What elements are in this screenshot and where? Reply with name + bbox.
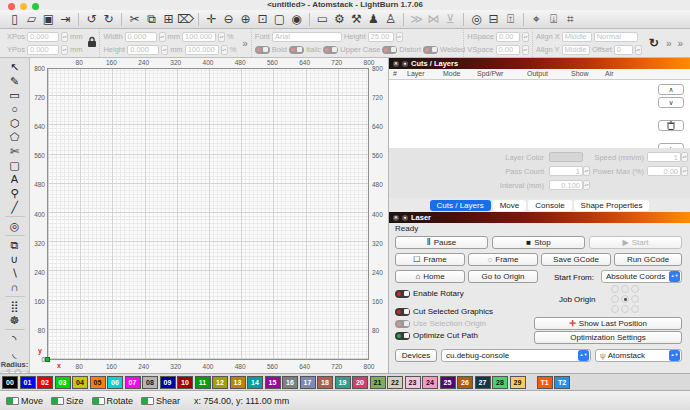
palette-swatch-10[interactable]: 10 (177, 376, 193, 389)
copy-icon[interactable]: ⧉ (143, 11, 160, 28)
select-icon[interactable]: ↖ (4, 60, 26, 74)
workspace-canvas[interactable]: 8080160160240240320320400400480480560560… (30, 58, 388, 373)
width-stepper[interactable]: ▴▾ (159, 32, 166, 42)
palette-swatch-29[interactable]: 29 (510, 376, 526, 389)
width-percent-field[interactable]: 100.000 (182, 32, 216, 42)
speed-stepper[interactable]: ▴▾ (681, 152, 688, 162)
palette-swatch-22[interactable]: 22 (387, 376, 403, 389)
right-overflow-chevron[interactable]: » (674, 38, 686, 49)
palette-swatch-08[interactable]: 08 (142, 376, 158, 389)
optimization-settings-button[interactable]: Optimization Settings (534, 331, 682, 344)
palette-swatch-09[interactable]: 09 (160, 376, 176, 389)
copy-along-path-icon[interactable]: ◝ (4, 332, 26, 346)
rectangle-icon[interactable]: ▭ (4, 88, 26, 102)
job-origin-radio-5[interactable] (631, 295, 639, 303)
vspace-stepper[interactable]: ▴▾ (522, 45, 529, 55)
zoom-to-selection-icon[interactable]: ⊡ (254, 11, 271, 28)
draw-lines-icon[interactable]: ✎ (4, 74, 26, 88)
width-percent-stepper[interactable]: ▴▾ (218, 32, 225, 42)
frame-rubber-button[interactable]: ◌Frame (468, 253, 538, 266)
hspace-stepper[interactable]: ▴▾ (522, 32, 529, 42)
close-window-button[interactable] (8, 3, 15, 10)
send-to-laser-icon[interactable]: ≫ (408, 11, 425, 28)
cuts-layers-float-icon[interactable]: ● (402, 61, 408, 67)
layers-list[interactable]: ∧∨›‹ (389, 80, 690, 148)
laser-float-icon[interactable]: ● (402, 215, 408, 221)
ellipse-icon[interactable]: ○ (4, 102, 26, 116)
radius-corner-icon[interactable]: ◟ (4, 346, 26, 360)
user-icon[interactable]: ♙ (382, 11, 399, 28)
palette-swatch-17[interactable]: 17 (300, 376, 316, 389)
preview-icon[interactable]: ▭ (314, 11, 331, 28)
height-percent-stepper[interactable]: ▴▾ (221, 45, 228, 55)
ypos-field[interactable]: 0.000 (27, 45, 59, 55)
home-button[interactable]: ⌂Home (395, 270, 465, 283)
devices-button[interactable]: Devices (395, 349, 437, 362)
palette-swatch-23[interactable]: 23 (405, 376, 421, 389)
save-gcode-button[interactable]: Save GCode (541, 253, 611, 266)
show-last-position-button[interactable]: ✛Show Last Position (534, 317, 682, 330)
tab-console[interactable]: Console (528, 200, 571, 211)
font-height-stepper[interactable]: ▴▾ (396, 32, 403, 42)
text-icon[interactable]: A (4, 172, 26, 186)
enable-rotary-toggle[interactable]: Enable Rotary (395, 289, 464, 298)
camera-icon[interactable]: ◉ (288, 11, 305, 28)
uppercase-toggle[interactable] (323, 46, 338, 54)
ypos-stepper[interactable]: ▴▾ (61, 45, 68, 55)
run-gcode-button[interactable]: Run GCode (614, 253, 682, 266)
status-toggle-move[interactable]: Move (6, 396, 43, 406)
palette-swatch-12[interactable]: 12 (212, 376, 228, 389)
xpos-stepper[interactable]: ▴▾ (61, 32, 68, 42)
trash-icon[interactable] (658, 120, 684, 131)
multi-user-icon[interactable]: ♟ (365, 11, 382, 28)
palette-swatch-13[interactable]: 13 (230, 376, 246, 389)
job-origin-radio-8[interactable] (631, 305, 639, 313)
save-file-icon[interactable]: ▣ (40, 11, 57, 28)
offset-stepper[interactable]: ▴▾ (635, 45, 642, 55)
laser-close-icon[interactable]: ✕ (393, 215, 399, 221)
rotate-text-icon[interactable]: ↻ (645, 36, 663, 50)
flip-vertical-icon[interactable]: ⊻ (442, 11, 459, 28)
palette-swatch-06[interactable]: 06 (107, 376, 123, 389)
job-origin-radio-0[interactable] (611, 285, 619, 293)
interval-field[interactable]: 0.100 (549, 180, 583, 190)
aligny-select[interactable]: Middle (562, 45, 590, 55)
circular-array-icon[interactable]: ☸ (4, 313, 26, 327)
power-max-field[interactable]: 0.00 (647, 166, 681, 176)
palette-swatch-15[interactable]: 15 (265, 376, 281, 389)
polygon-icon[interactable]: ⬡ (4, 116, 26, 130)
palette-swatch-T1[interactable]: T1 (537, 376, 553, 389)
font-overflow-chevron[interactable]: » (663, 38, 675, 49)
tab-cuts-layers[interactable]: Cuts / Layers (430, 200, 491, 211)
status-toggle-shear[interactable]: Shear (141, 396, 180, 406)
height-percent-field[interactable]: 100.000 (185, 45, 219, 55)
position-laser-icon[interactable]: ⚲ (4, 186, 26, 200)
palette-swatch-11[interactable]: 11 (195, 376, 211, 389)
vspace-field[interactable]: 0.00 (496, 45, 520, 55)
weld-icon[interactable]: ⧉ (4, 238, 26, 252)
welded-toggle[interactable] (423, 46, 438, 54)
palette-swatch-20[interactable]: 20 (352, 376, 368, 389)
layer-move-up-button[interactable]: ∧ (658, 84, 684, 95)
boolean-intersect-icon[interactable]: ∩ (4, 280, 26, 294)
move-laser-icon[interactable]: ⍗ (545, 11, 562, 28)
goto-origin-button[interactable]: Go to Origin (468, 270, 538, 283)
offset-shapes-icon[interactable]: ◎ (4, 219, 26, 233)
grid-array-icon[interactable]: ⣿ (4, 299, 26, 313)
layer-move-down-button[interactable]: ∨ (658, 97, 684, 108)
stop-button[interactable]: ■Stop (492, 236, 585, 249)
new-file-icon[interactable]: ▯ (6, 11, 23, 28)
frame-square-button[interactable]: ☐Frame (395, 253, 465, 266)
paste-icon[interactable]: ⊞ (160, 11, 177, 28)
palette-swatch-T2[interactable]: T2 (554, 376, 570, 389)
status-toggle-rotate[interactable]: Rotate (92, 396, 134, 406)
width-field[interactable]: 0.000 (125, 32, 157, 42)
job-origin-radio-7[interactable] (621, 305, 629, 313)
palette-swatch-16[interactable]: 16 (282, 376, 298, 389)
palette-swatch-01[interactable]: 01 (20, 376, 36, 389)
font-height-field[interactable]: 25.00 (368, 32, 394, 42)
open-file-icon[interactable]: ▱ (23, 11, 40, 28)
palette-swatch-02[interactable]: 02 (37, 376, 53, 389)
boolean-union-icon[interactable]: ∪ (4, 252, 26, 266)
redo-icon[interactable]: ↻ (100, 11, 117, 28)
